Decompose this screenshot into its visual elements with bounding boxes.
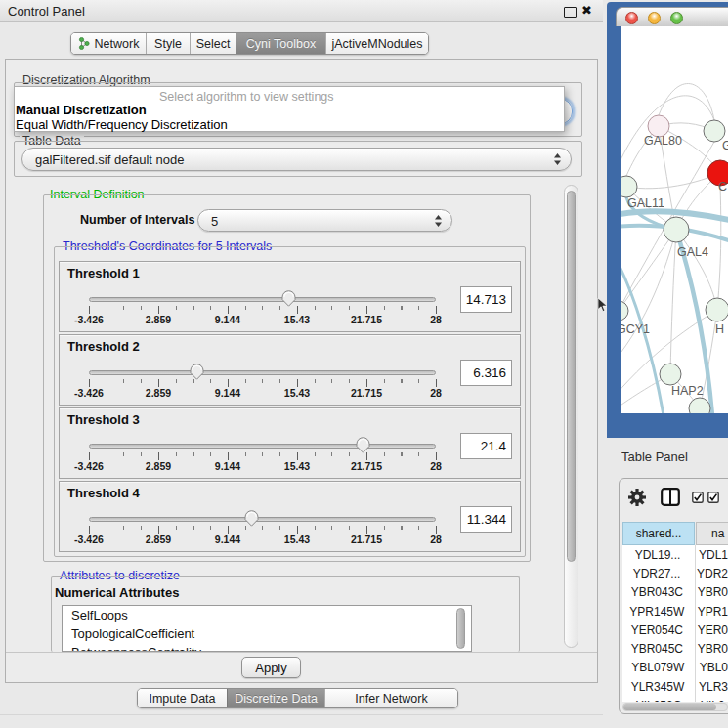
tab-infer-network[interactable]: Infer Network	[324, 689, 457, 707]
cell-shared-name: YBR043C	[622, 585, 692, 599]
tab-network[interactable]: Network	[71, 33, 146, 54]
table-row[interactable]: YBR043CYBR0	[622, 583, 728, 602]
checkbox-checked-icon[interactable]	[707, 492, 719, 503]
dropdown-option-manual-discretization[interactable]: Manual Discretization	[16, 103, 147, 117]
table-row[interactable]: YPR145WYPR1	[622, 602, 728, 621]
tab-discretize-data[interactable]: Discretize Data	[227, 689, 324, 707]
network-node[interactable]	[689, 398, 710, 413]
network-node-h[interactable]	[706, 298, 728, 321]
network-icon	[78, 37, 90, 50]
slider-major-ticks	[89, 526, 437, 534]
dropdown-hint-option[interactable]: Select algorithm to view settings	[159, 90, 334, 104]
network-canvas[interactable]: GAL80GACGAL11GAL4GCY1HHAP2	[621, 26, 728, 413]
threshold-value-field[interactable]: 14.713	[460, 286, 512, 313]
cell-name: YBR0	[692, 642, 728, 656]
table-row[interactable]: YBR045CYBR0	[622, 639, 728, 658]
network-edge	[717, 186, 721, 310]
threshold-label: Threshold 3	[67, 412, 140, 427]
slider-track[interactable]	[89, 444, 436, 449]
table-row[interactable]: YDL19...YDL1	[622, 545, 728, 564]
window-minimize-button[interactable]	[648, 12, 661, 24]
network-node-gal11[interactable]	[621, 176, 637, 197]
cell-name: YBL0	[694, 661, 728, 674]
column-header-shared-name[interactable]: shared...	[622, 522, 695, 545]
tab-label: Cyni Toolbox	[246, 37, 316, 51]
slider-tick-label: 2.859	[146, 314, 171, 325]
control-panel-title: Control Panel	[8, 4, 85, 19]
node-table: YDL19...YDL1YDR27...YDR2YBR043CYBR0YPR14…	[622, 545, 728, 702]
attribute-list-item[interactable]: TopologicalCoefficient	[63, 624, 471, 643]
table-row[interactable]: YLR345WYLR3	[622, 677, 728, 696]
slider-tick-label: 28	[430, 534, 442, 545]
cell-shared-name: YBL079W	[622, 661, 694, 674]
network-node-gcy1[interactable]	[621, 301, 628, 321]
tab-label: jActiveMNodules	[331, 37, 422, 51]
tab-cyni-toolbox[interactable]: Cyni Toolbox	[236, 33, 325, 54]
slider-tick-label: 9.144	[215, 534, 240, 545]
slider-tick-label: 21.715	[351, 387, 382, 399]
cell-shared-name: YDR27...	[622, 567, 691, 580]
attribute-list-item[interactable]: SelfLoops	[63, 606, 471, 624]
attributes-list-scrollbar-thumb[interactable]	[456, 608, 465, 649]
slider-tick-label: 2.859	[146, 534, 171, 545]
tab-style[interactable]: Style	[146, 33, 190, 54]
attribute-list-item[interactable]: BetweennessCentrality	[63, 643, 471, 652]
network-edge	[659, 83, 714, 120]
network-node-gal4[interactable]	[664, 217, 689, 242]
number-of-intervals-label: Number of Intervals	[80, 213, 194, 227]
cell-shared-name: YIL052C	[622, 699, 695, 702]
algorithm-dropdown-popup: Select algorithm to view settings Manual…	[14, 86, 565, 132]
threshold-value-field[interactable]: 21.4	[460, 433, 512, 459]
slider-handle[interactable]	[356, 437, 370, 453]
table-row[interactable]: YIL052CYIL0	[622, 696, 728, 702]
slider-track[interactable]	[89, 297, 436, 302]
slider-tick-label: -3.426	[74, 534, 104, 545]
window-close-button[interactable]	[625, 12, 638, 24]
split-columns-icon[interactable]	[661, 488, 680, 506]
column-header-name[interactable]: na	[696, 522, 728, 545]
slider-tick-label: 15.43	[284, 387, 310, 399]
network-graph: GAL80GACGAL11GAL4GCY1HHAP2	[621, 26, 728, 413]
slider-handle[interactable]	[190, 364, 204, 380]
table-row[interactable]: YDR27...YDR2	[622, 564, 728, 582]
slider-tick-label: -3.426	[74, 387, 104, 399]
tab-impute-data[interactable]: Impute Data	[138, 689, 227, 707]
number-of-intervals-combobox[interactable]: 5	[197, 209, 452, 232]
slider-handle[interactable]	[281, 290, 296, 307]
table-row[interactable]: YER054CYER0	[622, 621, 728, 639]
tab-select[interactable]: Select	[190, 33, 236, 54]
apply-button[interactable]: Apply	[241, 657, 301, 678]
cell-name: YIL0	[695, 699, 725, 702]
number-of-intervals-value: 5	[211, 213, 218, 228]
float-panel-icon[interactable]	[564, 7, 577, 18]
threshold-value-field[interactable]: 11.344	[460, 506, 512, 533]
slider-tick-label: 2.859	[146, 387, 171, 399]
network-node-label: GAL11	[627, 196, 664, 210]
window-zoom-button[interactable]	[670, 12, 683, 24]
content-scrollbar-thumb[interactable]	[567, 191, 576, 562]
slider-track[interactable]	[89, 517, 436, 522]
cell-name: YDR2	[691, 567, 728, 580]
slider-tick-label: 9.144	[215, 387, 240, 399]
dropdown-option-equal-width[interactable]: Equal Width/Frequency Discretization	[16, 117, 228, 132]
table-data-combobox[interactable]: galFiltered.sif default node	[21, 148, 572, 171]
slider-track[interactable]	[89, 370, 436, 375]
slider-handle[interactable]	[244, 510, 259, 527]
slider-tick-label: -3.426	[74, 314, 104, 325]
threshold-value-field[interactable]: 6.316	[460, 360, 512, 386]
tab-jactivemnodules[interactable]: jActiveMNodules	[325, 33, 428, 54]
threshold-label: Threshold 2	[67, 339, 140, 354]
cell-shared-name: YPR145W	[622, 605, 692, 619]
threshold-panel-1: Threshold 1-3.4262.8599.14415.4321.71528…	[59, 261, 521, 332]
table-hscrollbar-thumb[interactable]	[623, 704, 716, 710]
slider-tick-label: 28	[430, 314, 442, 325]
network-node-label: H	[715, 322, 724, 336]
cell-shared-name: YBR045C	[622, 642, 692, 656]
gear-icon[interactable]	[628, 489, 646, 506]
close-panel-icon[interactable]: ✖	[581, 3, 592, 18]
network-edge	[621, 230, 676, 311]
table-row[interactable]: YBL079WYBL0	[622, 659, 728, 677]
checkbox-checked-icon[interactable]	[692, 492, 704, 503]
network-node-hap2[interactable]	[660, 364, 681, 385]
numerical-attributes-listbox[interactable]: SelfLoopsTopologicalCoefficientBetweenne…	[62, 605, 472, 652]
